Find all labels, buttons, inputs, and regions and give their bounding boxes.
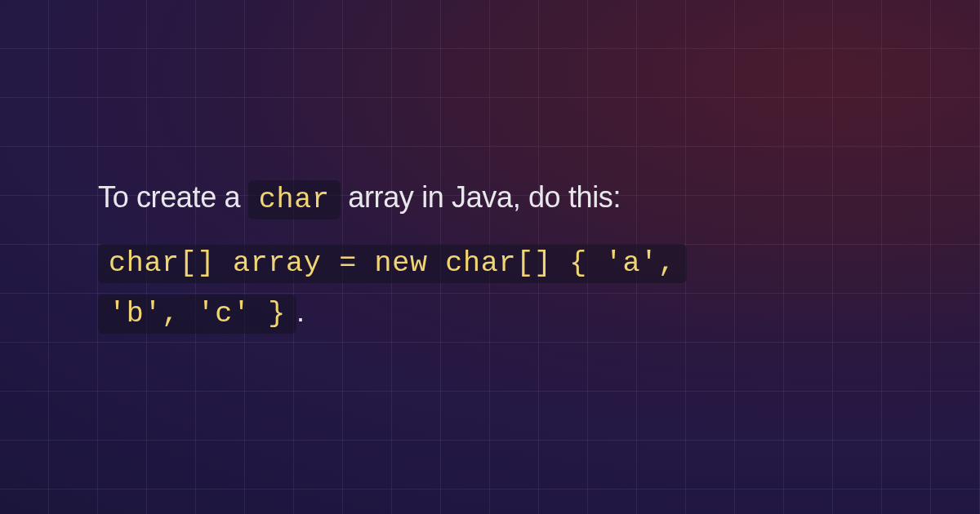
inline-code-block: 'b', 'c' } xyxy=(98,295,296,334)
text-segment: To create a xyxy=(98,180,248,214)
text-line-2: char[] array = new char[] { 'a', 'b', 'c… xyxy=(98,237,882,339)
text-line-1: To create a char array in Java, do this: xyxy=(98,175,882,222)
inline-code: char xyxy=(248,180,341,219)
text-segment: . xyxy=(296,295,305,328)
content-block: To create a char array in Java, do this:… xyxy=(98,175,882,339)
text-segment: array in Java, do this: xyxy=(341,180,621,214)
inline-code-block: char[] array = new char[] { 'a', xyxy=(98,244,687,283)
